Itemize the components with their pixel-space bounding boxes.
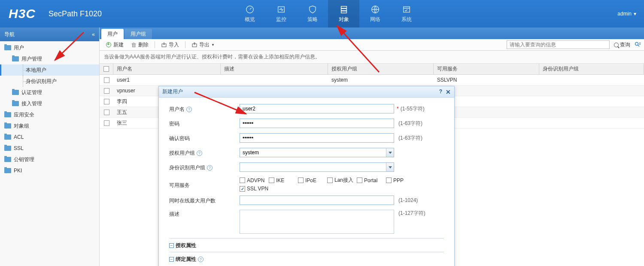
section-title: 授权属性 — [176, 242, 196, 249]
tree-obj-group[interactable]: 对象组 — [0, 120, 99, 131]
nav-policy[interactable]: 策略 — [297, 0, 328, 28]
tab-user[interactable]: 用户 — [101, 29, 124, 39]
tree-label: PKI — [14, 168, 22, 174]
collapse-icon: − — [169, 257, 174, 262]
auth-group-combo[interactable] — [240, 148, 394, 157]
id-group-combo[interactable] — [240, 162, 394, 172]
max-online-input[interactable] — [240, 196, 394, 205]
password-input[interactable] — [240, 119, 394, 128]
collapse-icon: − — [169, 243, 174, 248]
hint: (1-127字符) — [398, 210, 425, 217]
help-icon[interactable]: ? — [198, 257, 204, 262]
export-icon — [191, 42, 197, 48]
tree-auth-mgmt[interactable]: 认证管理 — [0, 87, 99, 98]
chevron-down-icon[interactable] — [386, 163, 394, 171]
svg-rect-1 — [278, 7, 284, 12]
service-checkbox[interactable]: Portal — [357, 177, 383, 184]
col-desc[interactable]: 描述 — [221, 64, 328, 74]
row-checkbox[interactable] — [104, 99, 109, 104]
tree-access-mgmt[interactable]: 接入管理 — [0, 98, 99, 109]
delete-button[interactable]: 🗑 删除 — [128, 40, 151, 49]
tree-user-mgmt[interactable]: 用户管理 — [0, 53, 99, 64]
advanced-search-icon[interactable] — [635, 42, 641, 48]
service-checkbox[interactable]: IPoE — [298, 177, 324, 184]
col-name[interactable]: 用户名 — [113, 64, 221, 74]
table-row[interactable]: user1systemSSLVPN — [100, 75, 644, 86]
tree-pubkey[interactable]: 公钥管理 — [0, 154, 99, 165]
id-group-input[interactable] — [240, 162, 394, 172]
cell-group: system — [328, 75, 434, 85]
row-checkbox[interactable] — [104, 110, 109, 115]
col-svc[interactable]: 可用服务 — [434, 64, 539, 74]
service-checkbox[interactable]: Lan接入 — [327, 177, 353, 184]
nav-system[interactable]: 系统 — [391, 0, 422, 28]
monitor-icon — [276, 4, 286, 15]
service-checkbox[interactable]: PPP — [386, 177, 412, 184]
service-label: IKE — [276, 177, 284, 183]
checkbox-icon — [269, 177, 274, 183]
row-checkbox[interactable] — [104, 120, 109, 126]
nav-overview[interactable]: 概览 — [234, 0, 265, 28]
new-button[interactable]: 新建 — [103, 40, 126, 49]
btn-label: 新建 — [113, 41, 124, 49]
trash-icon: 🗑 — [131, 42, 137, 48]
dialog-close-icon[interactable]: ✕ — [446, 89, 451, 95]
nav-monitor[interactable]: 监控 — [265, 0, 297, 28]
username-input[interactable] — [240, 104, 394, 113]
folder-icon — [4, 168, 11, 173]
tree-users[interactable]: 用户 — [0, 42, 99, 53]
svg-point-9 — [635, 43, 638, 46]
services-checkboxes: ADVPNIKEIPoELan接入PortalPPPSSL VPN — [240, 177, 437, 193]
service-checkbox[interactable]: SSL VPN — [240, 186, 268, 192]
tree-id-user[interactable]: 身份识别用户 — [0, 76, 99, 87]
export-button[interactable]: 导出 ▼ — [189, 40, 217, 49]
dialog-titlebar[interactable]: 新建用户 ? ✕ — [159, 86, 454, 98]
bind-attr-section[interactable]: − 绑定属性 ? — [169, 252, 444, 263]
import-button[interactable]: 导入 — [158, 40, 182, 49]
auth-group-input[interactable] — [240, 148, 394, 157]
desc-textarea[interactable] — [240, 210, 394, 234]
cell-desc — [221, 75, 328, 85]
folder-icon — [4, 135, 11, 140]
app-header: H3C SecPath F1020 概览 监控 策略 对象 网络 系统 admi… — [0, 0, 644, 28]
btn-label: 删除 — [138, 41, 149, 49]
dialog-help-icon[interactable]: ? — [439, 89, 442, 95]
tree-label: 对象组 — [14, 122, 29, 130]
nav-label: 对象 — [339, 16, 349, 23]
help-icon[interactable]: ? — [197, 150, 202, 156]
chevron-down-icon[interactable] — [386, 148, 394, 157]
tree-local-user[interactable]: 本地用户 — [0, 64, 99, 76]
nav-object[interactable]: 对象 — [328, 0, 359, 28]
nav-network[interactable]: 网络 — [359, 0, 391, 28]
user-menu[interactable]: admin ▾ — [617, 0, 636, 28]
auth-attr-section[interactable]: − 授权属性 — [169, 238, 444, 249]
tree-label: 认证管理 — [21, 89, 42, 96]
checkbox-icon — [357, 177, 362, 183]
help-icon[interactable]: ? — [207, 165, 213, 171]
hint: (1-55字符) — [401, 105, 425, 113]
row-checkbox[interactable] — [104, 77, 109, 83]
service-checkbox[interactable]: IKE — [269, 177, 295, 184]
checkbox-icon — [240, 177, 245, 183]
tree-app-sec[interactable]: 应用安全 — [0, 109, 99, 120]
label-max-online: 同时在线最大用户数 — [169, 197, 216, 205]
required-icon: * — [397, 106, 399, 112]
service-checkbox[interactable]: ADVPN — [240, 177, 265, 184]
search-input[interactable] — [507, 40, 610, 49]
tree-label: 用户管理 — [21, 55, 42, 63]
confirm-password-input[interactable] — [240, 133, 394, 143]
folder-icon — [4, 146, 11, 151]
tab-user-group[interactable]: 用户组 — [125, 29, 152, 39]
search-button[interactable]: 查询 — [612, 41, 632, 49]
col-group[interactable]: 授权用户组 — [328, 64, 434, 74]
select-all-checkbox[interactable] — [103, 66, 109, 72]
tree-pki[interactable]: PKI — [0, 165, 99, 176]
row-checkbox[interactable] — [104, 88, 109, 94]
collapse-icon[interactable]: « — [92, 31, 95, 37]
tree-label: ACL — [14, 134, 24, 140]
help-icon[interactable]: ? — [186, 107, 192, 112]
col-id[interactable]: 身份识别用户组 — [539, 64, 644, 74]
tree-ssl[interactable]: SSL — [0, 143, 99, 154]
chevron-down-icon: ▼ — [211, 43, 215, 47]
tree-acl[interactable]: ACL — [0, 131, 99, 143]
